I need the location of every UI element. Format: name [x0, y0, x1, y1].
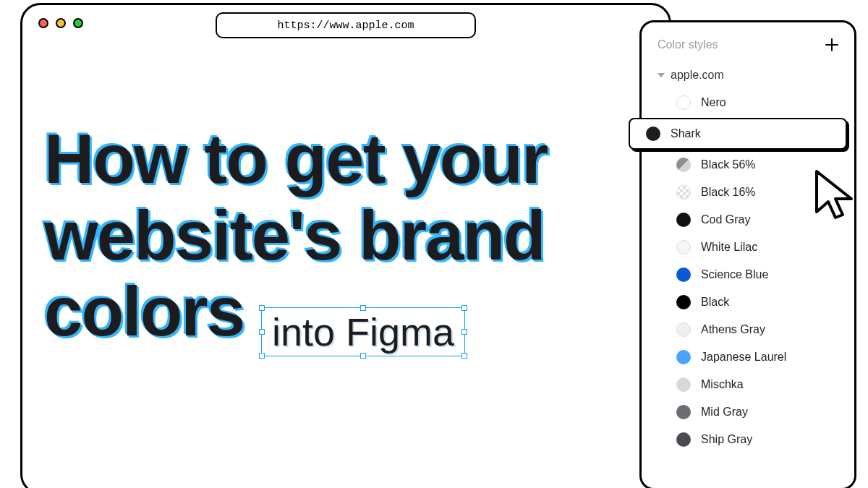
color-swatch [676, 95, 691, 110]
resize-handle[interactable] [360, 305, 366, 311]
color-swatch [676, 432, 691, 447]
color-style-label: Japanese Laurel [701, 351, 786, 364]
resize-handle[interactable] [461, 329, 467, 335]
headline-line-2: website's brand [44, 197, 644, 274]
color-style-row[interactable]: Athens Gray [642, 316, 854, 343]
resize-handle[interactable] [259, 305, 265, 311]
color-swatch [676, 377, 691, 392]
color-swatch [676, 158, 691, 172]
color-style-row[interactable]: Ship Gray [642, 426, 854, 453]
browser-window: https://www.apple.com How to get your we… [20, 3, 671, 488]
resize-handle[interactable] [259, 329, 265, 335]
color-style-row[interactable]: Nero [642, 89, 854, 116]
color-swatch [676, 350, 691, 364]
color-style-row[interactable]: Mid Gray [642, 398, 854, 426]
color-style-label: Cod Gray [701, 213, 750, 226]
color-style-row[interactable]: Japanese Laurel [642, 343, 854, 371]
color-style-label: Nero [701, 96, 726, 109]
resize-handle[interactable] [461, 353, 467, 359]
add-style-button[interactable] [825, 35, 838, 54]
color-style-row[interactable]: White Lilac [642, 234, 854, 261]
color-style-label: Athens Gray [701, 323, 765, 336]
color-swatch [676, 405, 691, 419]
color-swatch [676, 185, 691, 200]
color-style-label: Mischka [701, 378, 744, 391]
color-style-label: Black 56% [701, 158, 756, 171]
cursor-icon [811, 167, 861, 225]
url-text: https://www.apple.com [277, 20, 414, 32]
style-list: NeroSharkBlack 56%Black 16%Cod GrayWhite… [642, 89, 854, 453]
color-style-label: Black [701, 296, 729, 309]
close-icon[interactable] [38, 18, 48, 28]
color-swatch [676, 295, 691, 309]
panel-title: Color styles [658, 38, 718, 51]
address-bar[interactable]: https://www.apple.com [216, 12, 476, 38]
color-swatch [646, 127, 660, 141]
color-style-label: White Lilac [701, 241, 757, 254]
group-label: apple.com [671, 69, 724, 82]
color-style-row[interactable]: Black [642, 288, 854, 316]
resize-handle[interactable] [360, 353, 366, 359]
maximize-icon[interactable] [73, 18, 83, 28]
color-style-label: Shark [671, 127, 701, 140]
headline-line-1: How to get your [44, 121, 644, 197]
color-style-row[interactable]: Science Blue [642, 261, 854, 288]
color-style-label: Science Blue [701, 268, 768, 281]
color-style-label: Ship Gray [701, 433, 752, 446]
color-swatch [676, 213, 691, 227]
resize-handle[interactable] [259, 353, 265, 359]
color-style-label: Black 16% [701, 186, 756, 199]
minimize-icon[interactable] [56, 18, 66, 28]
color-style-row[interactable]: Shark [629, 118, 847, 150]
figma-selection-box[interactable]: into Figma [261, 307, 465, 356]
traffic-lights [38, 18, 83, 28]
color-style-label: Mid Gray [701, 406, 748, 419]
color-styles-panel: Color styles apple.com NeroSharkBlack 56… [639, 20, 856, 488]
resize-handle[interactable] [461, 305, 467, 311]
color-swatch [676, 240, 691, 254]
color-style-row[interactable]: Mischka [642, 371, 854, 398]
selection-text: into Figma [272, 310, 454, 354]
color-swatch [676, 322, 691, 337]
plus-icon [825, 38, 838, 51]
style-group[interactable]: apple.com [642, 64, 854, 89]
color-swatch [676, 267, 691, 282]
chevron-down-icon [658, 73, 665, 77]
